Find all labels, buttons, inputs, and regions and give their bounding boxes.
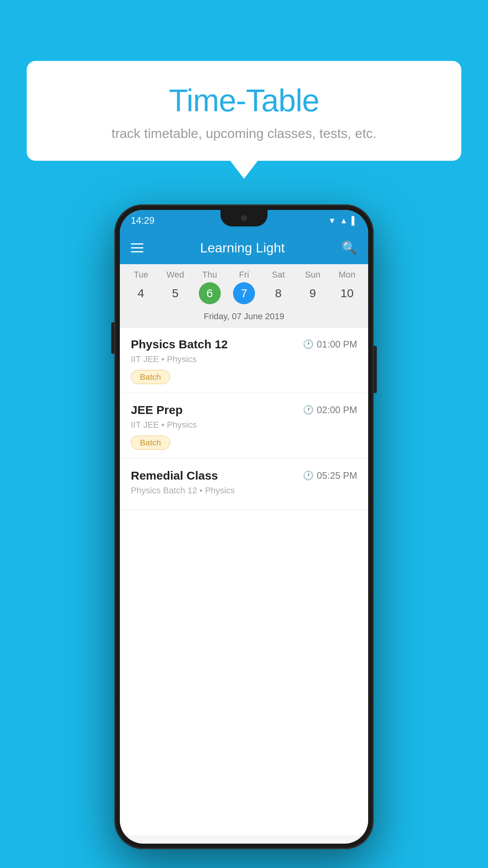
app-title: Learning Light — [200, 240, 285, 256]
schedule-item-title: JEE Prep — [131, 403, 183, 417]
battery-icon: ▌ — [352, 216, 357, 225]
weekday-label: Fri — [239, 270, 249, 280]
weekday-num[interactable]: 7 — [233, 282, 255, 304]
weekday-col[interactable]: Wed5 — [160, 270, 191, 304]
status-time: 14:29 — [131, 215, 154, 226]
time-text: 05:25 PM — [317, 470, 357, 481]
weekday-label: Tue — [134, 270, 148, 280]
schedule-item-time: 🕐02:00 PM — [303, 405, 357, 416]
clock-icon: 🕐 — [303, 339, 314, 349]
weekday-num[interactable]: 4 — [130, 282, 152, 304]
weekday-col[interactable]: Sat8 — [262, 270, 294, 304]
weekday-col[interactable]: Sun9 — [297, 270, 328, 304]
speech-bubble-card: Time-Table track timetable, upcoming cla… — [27, 61, 461, 161]
weekday-col[interactable]: Thu6 — [194, 270, 226, 304]
phone-frame: 14:29 ▼ ▲ ▌ Learning Light 🔍 — [114, 204, 374, 849]
phone-mockup: 14:29 ▼ ▲ ▌ Learning Light 🔍 — [114, 204, 374, 849]
weekday-num[interactable]: 6 — [199, 282, 221, 304]
status-icons: ▼ ▲ ▌ — [328, 216, 357, 225]
camera-dot — [240, 215, 248, 222]
weekdays-row: Tue4Wed5Thu6Fri7Sat8Sun9Mon10 — [120, 270, 368, 304]
schedule-item-title: Remedial Class — [131, 469, 218, 482]
weekday-label: Sun — [305, 270, 320, 280]
bubble-title: Time-Table — [50, 83, 438, 119]
time-text: 01:00 PM — [317, 339, 357, 350]
bubble-subtitle: track timetable, upcoming classes, tests… — [50, 126, 438, 141]
weekday-label: Wed — [167, 270, 184, 280]
calendar-section: Tue4Wed5Thu6Fri7Sat8Sun9Mon10 Friday, 07… — [120, 264, 368, 327]
phone-screen: 14:29 ▼ ▲ ▌ Learning Light 🔍 — [120, 210, 368, 844]
clock-icon: 🕐 — [303, 405, 314, 415]
schedule-item[interactable]: JEE Prep🕐02:00 PMIIT JEE • PhysicsBatch — [120, 393, 368, 459]
weekday-num[interactable]: 8 — [267, 282, 289, 304]
app-header: Learning Light 🔍 — [120, 231, 368, 264]
schedule-item[interactable]: Physics Batch 12🕐01:00 PMIIT JEE • Physi… — [120, 327, 368, 393]
schedule-item-subtitle: Physics Batch 12 • Physics — [131, 485, 357, 496]
schedule-item-subtitle: IIT JEE • Physics — [131, 354, 357, 364]
phone-notch — [220, 210, 268, 226]
weekday-num[interactable]: 10 — [336, 282, 358, 304]
schedule-item-title: Physics Batch 12 — [131, 338, 228, 351]
selected-date-label: Friday, 07 June 2019 — [120, 307, 368, 327]
schedule-item[interactable]: Remedial Class🕐05:25 PMPhysics Batch 12 … — [120, 459, 368, 510]
clock-icon: 🕐 — [303, 471, 314, 481]
weekday-label: Thu — [202, 270, 217, 280]
schedule-item-subtitle: IIT JEE • Physics — [131, 420, 357, 430]
signal-icon: ▲ — [340, 216, 348, 225]
wifi-icon: ▼ — [328, 216, 336, 225]
weekday-label: Mon — [339, 270, 356, 280]
weekday-num[interactable]: 5 — [164, 282, 186, 304]
weekday-label: Sat — [272, 270, 285, 280]
schedule-item-time: 🕐01:00 PM — [303, 339, 357, 350]
search-icon[interactable]: 🔍 — [341, 240, 357, 255]
hamburger-menu[interactable] — [131, 243, 143, 252]
weekday-num[interactable]: 9 — [302, 282, 324, 304]
weekday-col[interactable]: Mon10 — [331, 270, 363, 304]
time-text: 02:00 PM — [317, 405, 357, 416]
schedule-item-time: 🕐05:25 PM — [303, 470, 357, 481]
batch-badge: Batch — [131, 370, 170, 384]
weekday-col[interactable]: Fri7 — [228, 270, 260, 304]
weekday-col[interactable]: Tue4 — [125, 270, 157, 304]
schedule-list: Physics Batch 12🕐01:00 PMIIT JEE • Physi… — [120, 327, 368, 835]
batch-badge: Batch — [131, 436, 170, 450]
